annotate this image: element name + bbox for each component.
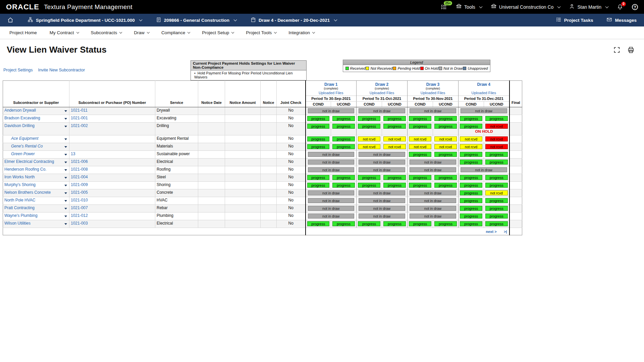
lien-waiver-status-chip[interactable]: progress [409, 221, 431, 226]
lien-waiver-status-chip[interactable]: progress [460, 206, 482, 211]
lien-waiver-status-chip[interactable]: progress [460, 124, 482, 129]
row-dropdown-caret[interactable] [64, 200, 67, 202]
lien-waiver-status-chip[interactable]: not rcvd [383, 144, 406, 149]
lien-waiver-status-chip[interactable]: progress [434, 175, 457, 180]
lien-waiver-status-chip[interactable]: progress [434, 152, 457, 157]
lien-waiver-status-chip[interactable]: not rcvd [485, 190, 508, 195]
lien-waiver-status-chip[interactable]: progress [358, 175, 380, 180]
row-dropdown-caret[interactable] [64, 110, 67, 112]
subcontractor-link[interactable]: Wayne's Plumbing [4, 213, 38, 218]
nav-item-compliance[interactable]: Compliance [161, 30, 190, 35]
lien-waiver-status-chip[interactable]: not rcvd [434, 144, 457, 149]
subcontractor-link[interactable]: Green Power [4, 152, 35, 156]
messages-button[interactable]: Messages [606, 17, 637, 23]
lien-waiver-status-chip[interactable]: not rcvd [460, 144, 482, 149]
draw1-uploaded-files-link[interactable]: Uploaded Files [307, 91, 356, 95]
lien-waiver-status-chip[interactable]: progress [383, 183, 406, 188]
po-number-link[interactable]: 1021-005 [71, 190, 88, 195]
lien-waiver-status-chip[interactable]: progress [409, 116, 431, 121]
subcontractor-link[interactable]: Bradson Excavating [4, 116, 40, 120]
row-dropdown-caret[interactable] [64, 118, 67, 120]
row-dropdown-caret[interactable] [64, 138, 67, 140]
po-number-link[interactable]: 1021-001 [71, 116, 88, 120]
lien-waiver-status-chip[interactable]: not rcvd [434, 136, 457, 141]
draw2-uploaded-files-link[interactable]: Uploaded Files [357, 91, 407, 95]
lien-waiver-status-chip[interactable]: progress [460, 198, 482, 203]
po-number-link[interactable]: 1021-012 [71, 213, 88, 218]
lien-waiver-status-chip[interactable]: progress [307, 183, 330, 188]
row-dropdown-caret[interactable] [64, 177, 67, 179]
lien-waiver-status-chip[interactable]: progress [460, 183, 482, 188]
lien-waiver-status-chip[interactable]: progress [358, 221, 380, 226]
user-menu[interactable]: Stan Martin [569, 3, 608, 10]
nav-item-integration[interactable]: Integration [288, 30, 315, 35]
lien-waiver-status-chip[interactable]: not rcvd [485, 144, 508, 149]
lien-waiver-status-chip[interactable]: not rcvd [358, 136, 380, 141]
draw-selector[interactable]: Draw 4 - December - 20-Dec-2021 [251, 17, 337, 23]
lien-waiver-status-chip[interactable]: progress [332, 124, 355, 129]
project-selector[interactable]: Springfield Police Department - UCC-1021… [28, 17, 142, 23]
subcontractor-link[interactable]: Ace Equipment [4, 136, 38, 141]
nav-item-project-home[interactable]: Project Home [9, 30, 38, 35]
po-number-link[interactable]: 1021-011 [71, 108, 88, 113]
subcontractor-link[interactable]: Gene's Rental Co [4, 144, 43, 148]
lien-waiver-status-chip[interactable]: progress [307, 136, 330, 141]
home-button[interactable] [7, 17, 13, 23]
lien-waiver-status-chip[interactable]: progress [307, 144, 330, 149]
row-dropdown-caret[interactable] [64, 208, 67, 209]
lien-waiver-status-chip[interactable]: progress [434, 183, 457, 188]
draw1-link[interactable]: Draw 1 [307, 82, 356, 87]
draw4-uploaded-files-link[interactable]: Uploaded Files [459, 91, 508, 95]
lien-waiver-status-chip[interactable]: progress [358, 183, 380, 188]
subcontractor-link[interactable]: North Pole HVAC [4, 198, 35, 202]
nav-item-my-contract[interactable]: My Contract [50, 30, 79, 35]
lien-waiver-status-chip[interactable]: progress [409, 183, 431, 188]
lien-waiver-status-chip[interactable]: progress [332, 175, 355, 180]
lien-waiver-status-chip[interactable]: progress [307, 124, 330, 129]
po-number-link[interactable]: 1021-003 [71, 221, 88, 226]
lien-waiver-status-chip[interactable]: progress [332, 183, 355, 188]
lien-waiver-status-chip[interactable]: not rcvd [383, 136, 406, 141]
lien-waiver-status-chip[interactable]: not rcvd [409, 136, 431, 141]
subcontractor-link[interactable]: Murphy's Shoring [4, 182, 36, 187]
nav-item-draw[interactable]: Draw [134, 30, 149, 35]
po-number-link[interactable]: 1021-004 [71, 175, 88, 179]
lien-waiver-status-chip[interactable]: progress [485, 160, 508, 165]
subcontractor-link[interactable]: Wilson Utilities [4, 221, 31, 226]
row-dropdown-caret[interactable] [64, 146, 67, 148]
help-button[interactable]: ? [632, 4, 638, 10]
lien-waiver-status-chip[interactable]: progress [460, 214, 482, 219]
company-menu[interactable]: Universal Construction Co [491, 3, 560, 10]
po-number-link[interactable]: 1021-010 [71, 198, 88, 202]
nav-item-subcontracts[interactable]: Subcontracts [91, 30, 122, 35]
lien-waiver-status-chip[interactable]: progress [383, 175, 406, 180]
lien-waiver-status-chip[interactable]: progress [332, 116, 355, 121]
lien-waiver-status-chip[interactable]: progress [332, 221, 355, 226]
lien-waiver-status-chip[interactable]: not rcvd [409, 144, 431, 149]
lien-waiver-status-chip[interactable]: progress [332, 144, 355, 149]
lien-waiver-status-chip[interactable]: not rcvd [485, 136, 508, 141]
row-dropdown-caret[interactable] [64, 162, 67, 163]
subcontractor-link[interactable]: Henderson Roofing Co. [4, 167, 46, 172]
lien-waiver-status-chip[interactable]: progress [409, 175, 431, 180]
lien-waiver-status-chip[interactable]: progress [460, 221, 482, 226]
fullscreen-icon[interactable] [613, 46, 621, 54]
lien-waiver-status-chip[interactable]: progress [409, 152, 431, 157]
nav-item-project-tools[interactable]: Project Tools [246, 30, 276, 35]
lien-waiver-status-chip[interactable]: progress [485, 206, 508, 211]
lien-waiver-status-chip[interactable]: not rcvd [358, 144, 380, 149]
lien-waiver-status-chip[interactable]: progress [485, 175, 508, 180]
po-number-link[interactable]: 1021-007 [71, 205, 88, 210]
lien-waiver-status-chip[interactable]: progress [485, 214, 508, 219]
subcontractor-link[interactable]: Iron Works North [4, 175, 35, 179]
lien-waiver-status-chip[interactable]: progress [383, 124, 406, 129]
tools-menu[interactable]: Tools [456, 3, 482, 10]
lien-waiver-status-chip[interactable]: progress [460, 190, 482, 195]
pagination-last-link[interactable]: >| [504, 230, 507, 234]
lien-waiver-status-chip[interactable]: progress [485, 198, 508, 203]
pagination-next-link[interactable]: next > [486, 230, 497, 234]
row-dropdown-caret[interactable] [64, 154, 67, 156]
po-number-link[interactable]: 1021-002 [71, 123, 88, 128]
global-tasks-button[interactable]: 25+ [440, 4, 447, 10]
row-dropdown-caret[interactable] [64, 169, 67, 171]
